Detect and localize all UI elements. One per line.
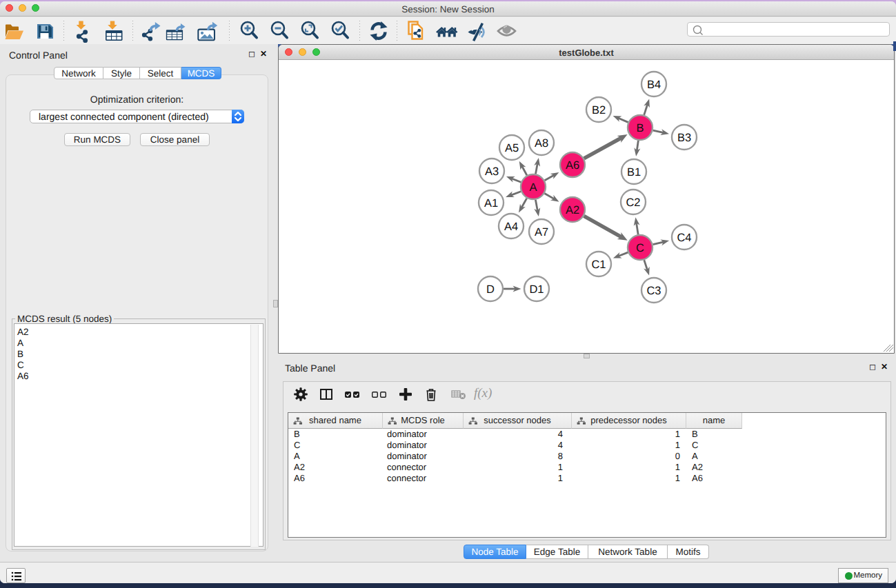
- svg-text:B2: B2: [592, 104, 606, 116]
- svg-text:A5: A5: [505, 142, 519, 154]
- svg-text:A4: A4: [504, 221, 518, 233]
- svg-text:C2: C2: [626, 196, 640, 209]
- svg-text:C1: C1: [591, 258, 606, 271]
- svg-text:D: D: [486, 283, 495, 296]
- svg-text:B: B: [636, 122, 644, 134]
- svg-text:A: A: [529, 181, 537, 194]
- svg-text:A2: A2: [566, 204, 579, 216]
- svg-text:C: C: [636, 242, 644, 254]
- svg-text:A7: A7: [535, 226, 548, 239]
- svg-text:A6: A6: [566, 159, 579, 172]
- svg-text:A3: A3: [485, 165, 499, 178]
- svg-text:C4: C4: [677, 232, 691, 244]
- svg-text:D1: D1: [529, 283, 544, 296]
- svg-text:A8: A8: [535, 137, 548, 150]
- svg-text:A1: A1: [484, 197, 498, 210]
- svg-text:B4: B4: [647, 79, 661, 91]
- svg-text:C3: C3: [646, 285, 661, 297]
- svg-text:B1: B1: [627, 166, 641, 179]
- svg-text:B3: B3: [677, 132, 691, 144]
